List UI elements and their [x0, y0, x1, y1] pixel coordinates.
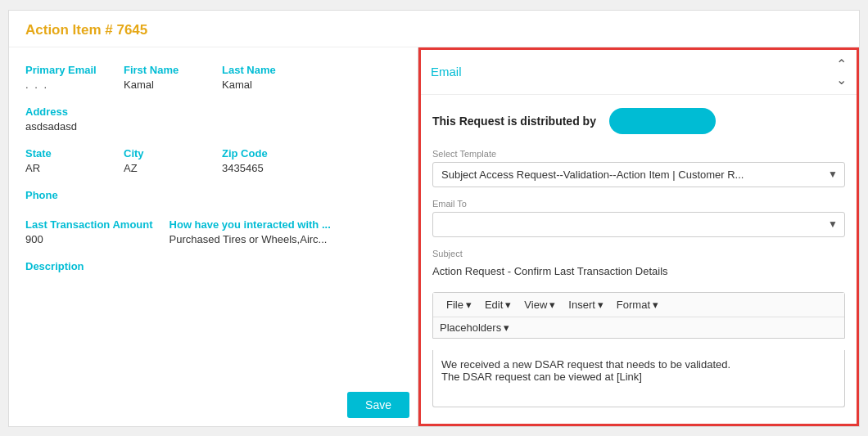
toolbar-row1: File ▾ Edit ▾ View ▾ Insert: [433, 293, 844, 317]
email-to-value: [433, 213, 844, 236]
select-template-value: Subject Access Request--Validation--Acti…: [433, 163, 844, 187]
view-menu[interactable]: View ▾: [518, 297, 562, 312]
phone-label: Phone: [25, 189, 107, 201]
subject-value: Action Request - Confirm Last Transactio…: [432, 262, 845, 281]
subject-label: Subject: [432, 249, 845, 258]
address-value: asdsadasd: [25, 120, 107, 133]
last-transaction-value: 900: [25, 233, 153, 245]
select-template-label: Select Template: [432, 149, 845, 159]
select-template-block: Select Template Subject Access Request--…: [432, 149, 845, 187]
right-panel-title: Email: [431, 65, 462, 79]
state-value: AR: [25, 162, 107, 174]
email-name-row: Primary Email . . . First Name Kamal Las…: [25, 64, 401, 91]
placeholders-button[interactable]: Placeholders ▾: [440, 321, 838, 334]
main-content: Primary Email . . . First Name Kamal Las…: [9, 47, 859, 426]
email-to-label: Email To: [432, 199, 845, 209]
zip-code-label: Zip Code: [222, 147, 304, 160]
phone-group: Phone: [25, 189, 107, 204]
first-name-group: First Name Kamal: [124, 64, 206, 91]
last-name-label: Last Name: [222, 64, 304, 76]
how-interacted-group: How have you interacted with ... Purchas…: [170, 218, 331, 245]
city-group: City AZ: [124, 147, 206, 174]
address-label: Address: [25, 106, 107, 118]
page-title: Action Item # 7645: [9, 11, 859, 47]
distributed-row: This Request is distributed by: [432, 108, 845, 134]
distributed-button[interactable]: [609, 108, 716, 134]
how-interacted-label: How have you interacted with ...: [170, 218, 331, 231]
editor-text-line1: We received a new DSAR request that need…: [441, 358, 730, 371]
distributed-label: This Request is distributed by: [432, 115, 596, 128]
city-label: City: [124, 147, 206, 160]
edit-menu-arrow-icon: ▾: [505, 299, 511, 311]
last-transaction-label: Last Transaction Amount: [25, 218, 153, 231]
description-group: Description: [25, 260, 107, 275]
file-menu[interactable]: File ▾: [440, 297, 478, 312]
save-button[interactable]: Save: [347, 392, 409, 418]
view-menu-arrow-icon: ▾: [549, 299, 555, 311]
editor-body[interactable]: We received a new DSAR request that need…: [432, 350, 845, 407]
format-menu-arrow-icon: ▾: [653, 299, 658, 311]
first-name-label: First Name: [124, 64, 206, 76]
phone-row: Phone: [25, 189, 401, 204]
editor-text-line2: The DSAR request can be viewed at [Link]: [441, 371, 642, 383]
state-city-zip-row: State AR City AZ Zip Code 3435465: [25, 147, 401, 174]
zip-code-value: 3435465: [222, 162, 304, 174]
state-label: State: [25, 147, 107, 160]
subject-block: Subject Action Request - Confirm Last Tr…: [432, 249, 845, 281]
save-btn-wrapper: Save: [347, 392, 409, 418]
editor-toolbar: File ▾ Edit ▾ View ▾ Insert: [432, 292, 845, 339]
primary-email-group: Primary Email . . .: [25, 64, 107, 91]
select-template-wrapper[interactable]: Subject Access Request--Validation--Acti…: [432, 162, 845, 187]
address-group: Address asdsadasd: [25, 106, 107, 133]
edit-menu[interactable]: Edit ▾: [478, 297, 518, 312]
email-to-wrapper[interactable]: ▼: [432, 212, 845, 237]
state-group: State AR: [25, 147, 107, 174]
right-panel-body: This Request is distributed by Select Te…: [421, 95, 857, 424]
view-menu-label: View: [524, 299, 547, 311]
description-row: Description: [25, 260, 401, 275]
last-name-group: Last Name Kamal: [222, 64, 304, 91]
zip-code-group: Zip Code 3435465: [222, 147, 304, 174]
how-interacted-value: Purchased Tires or Wheels,Airc...: [170, 233, 331, 245]
file-menu-arrow-icon: ▾: [466, 299, 472, 311]
address-row: Address asdsadasd: [25, 106, 401, 133]
format-menu-label: Format: [617, 299, 650, 311]
insert-menu[interactable]: Insert ▾: [562, 297, 610, 312]
left-panel: Primary Email . . . First Name Kamal Las…: [9, 47, 418, 426]
first-name-value: Kamal: [124, 79, 206, 91]
last-transaction-group: Last Transaction Amount 900: [25, 218, 153, 245]
right-panel: Email ⌃⌄ This Request is distributed by …: [418, 47, 859, 426]
placeholders-label: Placeholders: [440, 321, 501, 334]
transaction-interacted-row: Last Transaction Amount 900 How have you…: [25, 218, 401, 245]
placeholders-arrow-icon: ▾: [504, 321, 509, 334]
right-panel-header: Email ⌃⌄: [421, 50, 857, 95]
edit-menu-label: Edit: [485, 299, 503, 311]
format-menu[interactable]: Format ▾: [610, 297, 665, 312]
email-to-block: Email To ▼: [432, 199, 845, 237]
primary-email-label: Primary Email: [25, 64, 107, 76]
primary-email-value: . . .: [25, 79, 107, 91]
city-value: AZ: [124, 162, 206, 174]
main-container: Action Item # 7645 Primary Email . . . F…: [8, 10, 860, 427]
insert-menu-arrow-icon: ▾: [598, 299, 604, 311]
file-menu-label: File: [446, 299, 463, 311]
expand-collapse-icon[interactable]: ⌃⌄: [836, 56, 847, 88]
insert-menu-label: Insert: [568, 299, 595, 311]
toolbar-row2: Placeholders ▾: [433, 317, 844, 338]
description-label: Description: [25, 260, 107, 272]
last-name-value: Kamal: [222, 79, 304, 91]
